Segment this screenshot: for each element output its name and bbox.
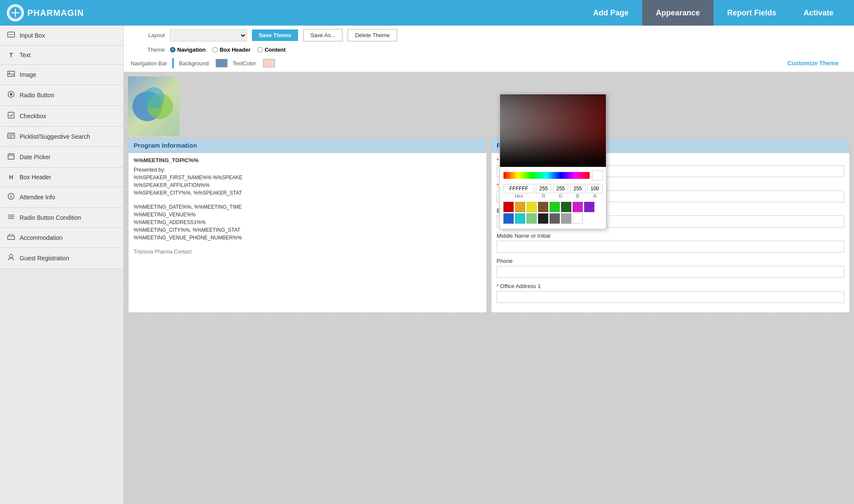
color-gradient-canvas[interactable] [500,94,606,167]
radio-content[interactable]: Content [257,47,286,53]
nav-button-group: Add Page Appearance Report Fields Activa… [579,0,847,26]
contact-footer: Trisnova Pharma Contact [134,249,481,255]
logo-area: PHARMAGIN [7,4,579,21]
sidebar-item-label: Guest Registration [20,255,69,262]
swatch-white[interactable] [573,213,583,224]
date-picker-icon [7,153,15,161]
nav-activate[interactable]: Activate [790,0,847,26]
sidebar-item-label: Image [20,71,36,78]
b-input[interactable] [570,184,585,193]
nav-report-fields[interactable]: Report Fields [714,0,790,26]
nav-add-page[interactable]: Add Page [579,0,642,26]
radio-box-header[interactable]: Box Header [212,47,250,53]
swatch-brown[interactable] [538,202,548,212]
swatch-light-green[interactable] [526,213,537,224]
background-label: Background [179,60,208,67]
svg-rect-5 [8,71,15,76]
alpha-swatch[interactable] [592,170,602,181]
middle-name-label: Middle Name or Initial [497,233,844,239]
a-input[interactable] [587,184,602,193]
phone-input[interactable] [497,266,844,278]
svg-point-25 [9,254,13,258]
theme-radio-group: Navigation Box Header Content [170,47,286,53]
sidebar-item-picklist[interactable]: Picklist/Suggestive Search [0,127,123,147]
hex-input[interactable] [503,184,534,193]
swatch-green[interactable] [550,202,560,212]
text-color-swatch[interactable] [263,59,275,67]
hue-slider[interactable] [503,172,590,179]
nav-appearance[interactable]: Appearance [642,0,714,26]
swatch-blue[interactable] [503,213,514,224]
theme-label: Theme [131,47,165,53]
sidebar-item-label: Input Box [20,32,45,39]
office-address-input[interactable] [497,291,844,303]
radio-condition-icon [7,214,15,221]
layout-select[interactable] [170,29,247,41]
radio-button-icon [7,91,15,99]
sidebar-item-guest-registration[interactable]: Guest Registration [0,248,123,269]
hue-row [500,167,606,182]
middle-name-input[interactable] [497,241,844,253]
sidebar-item-date-picker[interactable]: Date Picker [0,147,123,168]
sidebar-item-label: Box Header [20,174,51,181]
main-layout: Input Box T Text Image Radio Button Chec… [0,26,854,504]
swatch-violet[interactable] [584,202,594,212]
swatch-red[interactable] [503,202,514,212]
svg-point-28 [143,87,164,108]
b-label: B [576,193,579,198]
sidebar-item-checkbox[interactable]: Checkbox [0,106,123,127]
required-star: * [497,182,499,189]
save-as-button[interactable]: Save As... [303,29,343,41]
swatch-yellow[interactable] [526,202,537,212]
picklist-icon [7,133,15,140]
sidebar-item-accommodation[interactable]: Accommodation [0,228,123,248]
swatch-cyan[interactable] [515,213,525,224]
input-box-icon [7,32,15,39]
sidebar-item-radio-button[interactable]: Radio Button [0,85,123,106]
page-thumbnail [128,76,179,136]
required-star: * [497,283,499,289]
swatch-dark-green[interactable] [561,202,571,212]
phone-label: Phone [497,258,844,264]
nav-bar-indicator [172,58,174,68]
g-label: G [559,193,563,198]
swatches-row-2 [503,213,602,224]
guest-registration-icon [7,254,15,262]
office-address-label: *Office Address 1 [497,283,844,289]
sidebar-item-radio-condition[interactable]: Radio Button Condition [0,208,123,228]
office-address-field: *Office Address 1 [497,283,844,303]
customize-theme-link[interactable]: Customize Theme [787,60,847,67]
r-label: R [542,193,545,198]
sidebar-item-label: Text [20,52,31,58]
svg-rect-24 [8,236,15,239]
delete-theme-button[interactable]: Delete Theme [348,29,397,41]
speaker-affiliation: %%SPEAKER_AFFILIATION%% [134,182,481,188]
swatches-row-1 [503,202,602,212]
color-picker-popup: Hex R G B A [500,94,606,229]
phone-field: Phone [497,258,844,278]
g-input[interactable] [553,184,568,193]
sidebar-item-label: Radio Button Condition [20,214,81,221]
swatch-dark-gray[interactable] [550,213,560,224]
save-theme-button[interactable]: Save Theme [252,29,298,41]
meeting-city: %%MEETING_CITY%%, %%MEETING_STAT [134,227,481,233]
r-input[interactable] [536,184,551,193]
radio-navigation[interactable]: Navigation [170,47,205,53]
swatch-gray[interactable] [561,213,571,224]
speaker-city: %%SPEAKER_CITY%%, %%SPEAKER_STAT [134,190,481,196]
sidebar-item-label: Checkbox [20,113,46,119]
speaker-name: %%SPEAKER_FIRST_NAME%% %%SPEAKE [134,175,481,181]
sidebar-item-input-box[interactable]: Input Box [0,26,123,46]
swatch-purple[interactable] [573,202,583,212]
swatches-grid [500,200,606,225]
swatch-black[interactable] [538,213,548,224]
sidebar-item-attendee-info[interactable]: Attendee Info [0,187,123,208]
sidebar-item-box-header[interactable]: H Box Header [0,168,123,187]
sidebar-item-label: Radio Button [20,92,54,99]
sidebar-item-label: Picklist/Suggestive Search [20,133,90,140]
background-color-swatch[interactable] [216,59,228,67]
swatch-orange[interactable] [515,202,525,212]
program-info-header: Program Information [129,138,486,153]
sidebar-item-image[interactable]: Image [0,65,123,85]
sidebar-item-text[interactable]: T Text [0,46,123,65]
